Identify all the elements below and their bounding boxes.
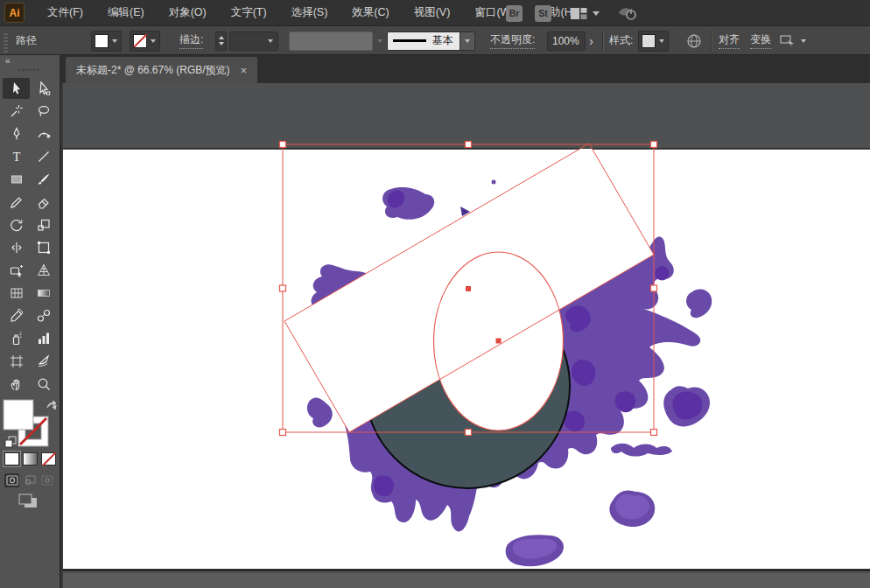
fill-swatch[interactable] — [95, 34, 109, 48]
opacity-field[interactable]: 100% — [547, 26, 586, 55]
brush-definition-dropdown[interactable]: 基本 — [387, 26, 475, 55]
document-setup-button[interactable] — [686, 26, 702, 55]
menu-type[interactable]: 文字(T) — [219, 0, 279, 26]
draw-inside-button[interactable] — [39, 473, 54, 487]
shape-builder-tool[interactable] — [3, 260, 30, 281]
tab-close-icon[interactable]: × — [241, 65, 248, 76]
lasso-tool[interactable] — [30, 101, 57, 122]
blend-tool[interactable] — [30, 305, 57, 326]
artboard-tool[interactable] — [3, 351, 30, 372]
stock-button[interactable]: St — [535, 5, 551, 22]
menu-edit[interactable]: 编辑(E) — [95, 0, 157, 26]
type-icon: T — [9, 149, 25, 164]
perspective-grid-tool[interactable] — [30, 260, 57, 281]
none-mode-button[interactable] — [41, 452, 56, 466]
mesh-tool[interactable] — [3, 283, 30, 304]
step-up-icon[interactable] — [219, 36, 224, 39]
stroke-color-dropdown[interactable] — [130, 26, 160, 55]
fill-chevron-icon[interactable] — [109, 32, 121, 51]
gradient-mode-button[interactable] — [23, 452, 38, 466]
symbol-sprayer-tool[interactable] — [3, 328, 30, 349]
pencil-tool[interactable] — [3, 192, 30, 213]
color-mode-button[interactable] — [4, 452, 19, 466]
document-canvas[interactable] — [63, 83, 870, 588]
type-tool[interactable]: T — [3, 146, 30, 167]
direct-selection-tool[interactable] — [30, 78, 57, 99]
menu-effect[interactable]: 效果(C) — [340, 0, 401, 26]
direct-selection-icon — [36, 80, 52, 96]
width-tool[interactable] — [3, 237, 30, 258]
magic-wand-tool[interactable] — [3, 101, 30, 122]
style-chevron-icon[interactable] — [656, 32, 668, 51]
lasso-icon — [36, 103, 52, 119]
stroke-chevron-icon[interactable] — [147, 32, 159, 51]
menu-select[interactable]: 选择(S) — [279, 0, 340, 26]
ellipse-center-point[interactable] — [496, 339, 502, 344]
selection-handle[interactable] — [280, 430, 286, 436]
chevron-down-icon[interactable] — [801, 39, 806, 43]
selection-handle[interactable] — [651, 142, 657, 148]
draw-behind-button[interactable] — [22, 473, 37, 487]
transform-button[interactable]: 变换 — [750, 26, 771, 55]
stroke-weight-label[interactable]: 描边: — [179, 26, 203, 55]
fill-stroke-indicator[interactable] — [2, 398, 60, 451]
stroke-weight-stepper[interactable] — [215, 26, 227, 55]
panel-collapse-icon[interactable]: « — [5, 56, 11, 66]
selection-handle[interactable] — [651, 285, 657, 291]
horizontal-scrollbar[interactable] — [63, 573, 870, 588]
screen-mode-button[interactable] — [18, 493, 40, 510]
artboard-top-edge — [63, 148, 870, 149]
eraser-tool[interactable] — [30, 192, 57, 213]
gradient-tool[interactable] — [30, 283, 57, 304]
selection-handle[interactable] — [651, 430, 657, 436]
workspace-switcher[interactable] — [571, 8, 600, 19]
column-graph-tool[interactable] — [30, 328, 57, 349]
app-logo[interactable]: Ai — [4, 3, 25, 23]
free-transform-tool[interactable] — [30, 237, 57, 258]
panel-grip[interactable]: •••••• — [0, 66, 58, 74]
curvature-tool[interactable] — [30, 123, 57, 144]
selection-handle[interactable] — [466, 142, 472, 148]
style-dropdown[interactable] — [638, 26, 669, 55]
selection-handle[interactable] — [280, 285, 286, 291]
scale-tool[interactable] — [30, 214, 57, 235]
brush-chevron-icon[interactable] — [460, 32, 475, 51]
selection-icon — [9, 80, 25, 96]
rectangle-tool[interactable] — [3, 169, 30, 190]
document-tab[interactable]: 未标题-2* @ 66.67% (RGB/预览) × — [66, 57, 257, 83]
menu-view[interactable]: 视图(V) — [402, 0, 463, 26]
swap-fill-stroke-icon[interactable] — [47, 401, 56, 410]
style-swatch[interactable] — [642, 34, 656, 48]
selection-handle[interactable] — [280, 142, 286, 148]
menu-object[interactable]: 对象(O) — [157, 0, 219, 26]
separator — [711, 26, 712, 55]
align-button[interactable]: 对齐 — [719, 26, 740, 55]
fill-indicator[interactable] — [4, 400, 33, 430]
select-similar-button[interactable] — [780, 26, 806, 55]
draw-normal-button[interactable] — [4, 473, 19, 487]
default-fill-stroke-icon[interactable] — [5, 437, 16, 447]
stroke-swatch[interactable] — [133, 34, 147, 48]
gpu-performance-icon[interactable] — [617, 4, 638, 22]
paintbrush-tool[interactable] — [30, 169, 57, 190]
selection-handle[interactable] — [466, 430, 472, 436]
opacity-label[interactable]: 不透明度: — [490, 26, 535, 55]
control-bar: 路径 描边: 基本 不透明度: 100% › 样式 — [0, 26, 870, 55]
menu-file[interactable]: 文件(F) — [35, 0, 95, 26]
stroke-weight-field[interactable] — [229, 26, 278, 55]
selection-tool[interactable] — [3, 78, 30, 99]
bridge-button[interactable]: Br — [506, 5, 523, 22]
rectangle-center-point[interactable] — [466, 286, 471, 291]
slice-tool[interactable] — [30, 351, 57, 372]
control-bar-grip[interactable] — [4, 26, 8, 55]
eyedropper-tool[interactable] — [3, 305, 30, 326]
fill-color-dropdown[interactable] — [91, 26, 122, 55]
opacity-expander-button[interactable]: › — [587, 26, 595, 55]
line-segment-tool[interactable] — [30, 146, 57, 167]
chevron-down-icon[interactable] — [268, 39, 273, 43]
pen-tool[interactable] — [3, 123, 30, 144]
zoom-tool[interactable] — [30, 374, 57, 395]
step-down-icon[interactable] — [219, 42, 224, 46]
hand-tool[interactable] — [3, 374, 30, 395]
rotate-tool[interactable] — [3, 214, 30, 235]
